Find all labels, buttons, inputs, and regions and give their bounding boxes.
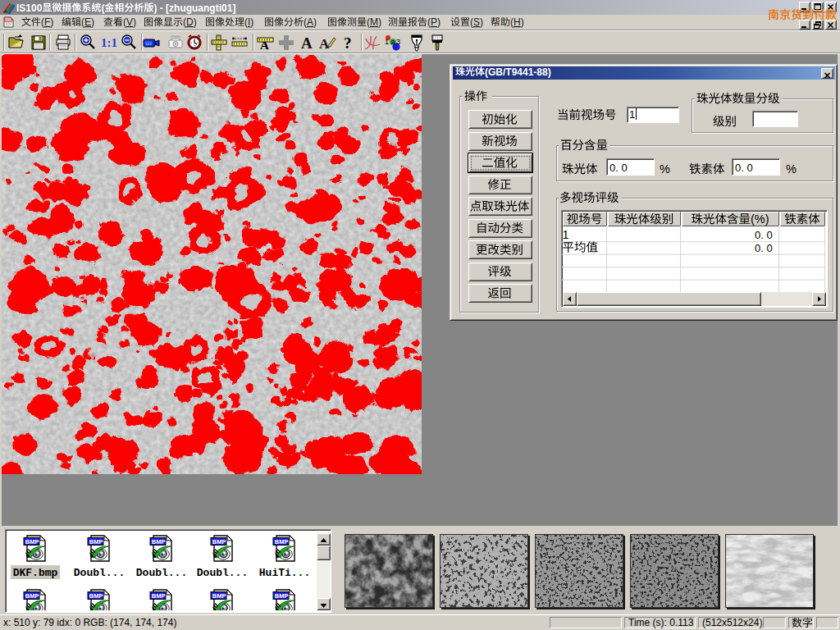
svg-text:BMP: BMP [212, 538, 226, 546]
svg-text:BMP: BMP [25, 538, 39, 546]
svg-text:1: 1 [385, 38, 389, 46]
svg-text:?: ? [344, 34, 352, 52]
svg-text:BMP: BMP [89, 538, 103, 546]
svg-text:A: A [301, 34, 313, 52]
svg-text:a: a [391, 38, 395, 46]
svg-text:A: A [319, 36, 330, 52]
svg-text:BMP: BMP [25, 592, 39, 600]
svg-text:BMP: BMP [152, 592, 166, 600]
svg-text:BMP: BMP [152, 538, 166, 546]
svg-text:3: 3 [396, 38, 400, 46]
svg-text:1:1: 1:1 [101, 36, 117, 49]
svg-text:BMP: BMP [212, 592, 226, 600]
svg-text:BMP: BMP [89, 592, 103, 600]
svg-text:BMP: BMP [275, 538, 289, 546]
svg-text:BMP: BMP [275, 592, 289, 600]
svg-text:DOC: DOC [5, 18, 12, 22]
